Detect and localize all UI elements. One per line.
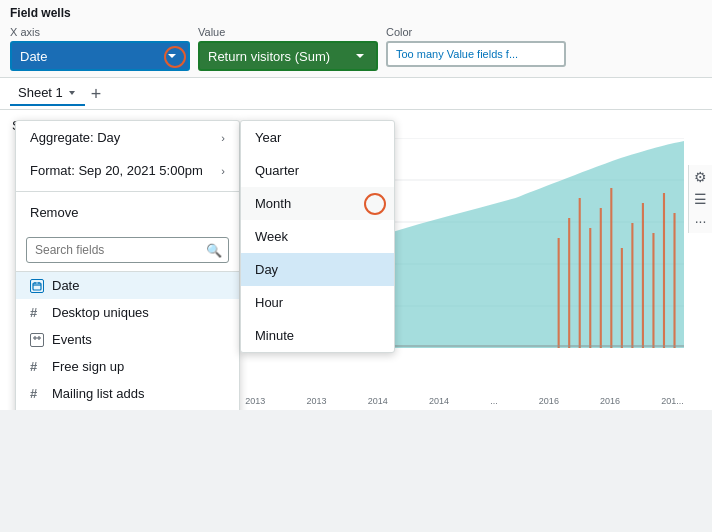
field-item-mailing-cumulative[interactable]: # Mailing list cumulative — [16, 407, 239, 410]
remove-item[interactable]: Remove — [16, 196, 239, 229]
sub-item-minute[interactable]: Minute — [241, 319, 394, 352]
svg-rect-11 — [610, 188, 612, 348]
svg-rect-8 — [579, 198, 581, 348]
search-section: 🔍 — [16, 229, 239, 272]
add-sheet-button[interactable]: + — [85, 85, 108, 103]
sheet-tabs: Sheet 1 + — [0, 78, 712, 110]
x-label-10: 2016 — [600, 396, 620, 406]
more-icon[interactable]: ··· — [693, 213, 708, 229]
sub-item-day[interactable]: Day — [241, 253, 394, 286]
hash-icon-mailing-adds: # — [30, 387, 44, 401]
svg-rect-16 — [663, 193, 665, 348]
svg-rect-12 — [621, 248, 623, 348]
sheet-tab-1[interactable]: Sheet 1 — [10, 81, 85, 106]
search-input[interactable] — [26, 237, 229, 263]
x-label-7: 2014 — [429, 396, 449, 406]
hash-icon-free-signup: # — [30, 360, 44, 374]
x-label-9: 2016 — [539, 396, 559, 406]
sub-item-hour[interactable]: Hour — [241, 286, 394, 319]
aggregate-arrow-icon: › — [221, 132, 225, 144]
settings-icon[interactable]: ⚙ — [693, 169, 708, 185]
field-name-desktop-uniques: Desktop uniques — [52, 305, 149, 320]
field-dropdown-menu: Aggregate: Day › Format: Sep 20, 2021 5:… — [15, 120, 240, 410]
dropdown-divider — [16, 191, 239, 192]
value-button[interactable]: Return visitors (Sum) — [198, 41, 378, 71]
svg-rect-9 — [589, 228, 591, 348]
x-axis-label: X axis — [10, 26, 190, 38]
color-label: Color — [386, 26, 566, 38]
x-axis-field-well: X axis Date — [10, 26, 190, 71]
value-chevron-icon — [352, 48, 368, 64]
value-label: Value — [198, 26, 378, 38]
sub-item-week[interactable]: Week — [241, 220, 394, 253]
sheet-tab-label: Sheet 1 — [18, 85, 63, 100]
main-chart-area: Sum of Return Visitors and Su... 100K 80… — [0, 110, 712, 410]
search-wrap: 🔍 — [26, 237, 229, 263]
svg-rect-15 — [652, 233, 654, 348]
event-icon — [30, 333, 44, 347]
x-label-4: 2013 — [245, 396, 265, 406]
sub-item-year[interactable]: Year — [241, 121, 394, 154]
field-item-desktop-uniques[interactable]: # Desktop uniques — [16, 299, 239, 326]
sub-item-quarter[interactable]: Quarter — [241, 154, 394, 187]
value-text: Return visitors (Sum) — [208, 49, 330, 64]
right-sidebar: ⚙ ☰ ··· — [688, 165, 712, 233]
aggregate-label: Aggregate: Day — [30, 130, 120, 145]
remove-label: Remove — [30, 205, 78, 220]
x-axis-value-button[interactable]: Date — [10, 41, 190, 71]
sheet-tab-chevron-icon — [67, 88, 77, 98]
field-wells-label: Field wells — [10, 6, 702, 20]
color-button[interactable]: Too many Value fields f... — [386, 41, 566, 67]
svg-rect-17 — [673, 213, 675, 348]
field-item-date[interactable]: Date — [16, 272, 239, 299]
svg-rect-13 — [631, 223, 633, 348]
svg-rect-6 — [558, 238, 560, 348]
x-axis-value-text: Date — [20, 49, 47, 64]
format-label: Format: Sep 20, 2021 5:00pm — [30, 163, 203, 178]
x-label-6: 2014 — [368, 396, 388, 406]
aggregate-sub-dropdown: Year Quarter Month Week Day Hour Minute — [240, 120, 395, 353]
field-wells-row: X axis Date Value Return visitors (Sum) — [10, 26, 702, 71]
field-item-mailing-adds[interactable]: # Mailing list adds — [16, 380, 239, 407]
format-item[interactable]: Format: Sep 20, 2021 5:00pm › — [16, 154, 239, 187]
field-name-mailing-adds: Mailing list adds — [52, 386, 145, 401]
field-list: Date # Desktop uniques Events # Free sig… — [16, 272, 239, 410]
x-label-11: 201... — [661, 396, 684, 406]
calendar-icon — [30, 279, 44, 293]
field-name-events: Events — [52, 332, 92, 347]
svg-rect-19 — [33, 283, 41, 290]
field-item-free-signup[interactable]: # Free sign up — [16, 353, 239, 380]
field-wells-bar: Field wells X axis Date Value Return vis… — [0, 0, 712, 78]
x-axis-chevron-icon — [164, 48, 180, 64]
value-field-well: Value Return visitors (Sum) — [198, 26, 378, 71]
aggregate-item[interactable]: Aggregate: Day › — [16, 121, 239, 154]
svg-rect-14 — [642, 203, 644, 348]
color-text: Too many Value fields f... — [396, 48, 518, 60]
field-name-free-signup: Free sign up — [52, 359, 124, 374]
month-circle-indicator — [364, 193, 386, 215]
color-field-well: Color Too many Value fields f... — [386, 26, 566, 67]
x-label-8: ... — [490, 396, 498, 406]
filter-icon[interactable]: ☰ — [693, 191, 708, 207]
svg-rect-7 — [568, 218, 570, 348]
x-label-5: 2013 — [306, 396, 326, 406]
format-arrow-icon: › — [221, 165, 225, 177]
field-name-date: Date — [52, 278, 79, 293]
hash-icon-desktop: # — [30, 306, 44, 320]
svg-rect-10 — [600, 208, 602, 348]
sub-item-month[interactable]: Month — [241, 187, 394, 220]
search-icon: 🔍 — [206, 243, 222, 258]
field-item-events[interactable]: Events — [16, 326, 239, 353]
